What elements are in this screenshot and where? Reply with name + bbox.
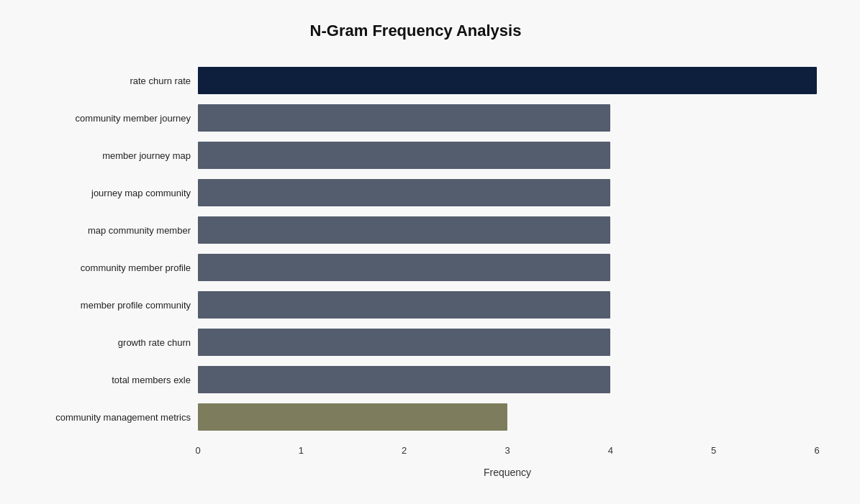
bar-label: community management metrics	[14, 412, 198, 423]
bar-track	[198, 329, 817, 356]
x-axis-container: 0123456	[14, 441, 817, 463]
x-tick: 1	[299, 445, 304, 456]
x-tick: 6	[814, 445, 819, 456]
bar-track	[198, 67, 817, 94]
x-tick: 3	[504, 445, 510, 456]
bar-fill	[198, 104, 610, 132]
bar-track	[198, 291, 817, 319]
bar-row: rate churn rate	[14, 62, 817, 99]
x-axis-label: Frequency	[14, 467, 817, 478]
bar-label: total members exle	[14, 375, 198, 385]
bar-label: member journey map	[14, 150, 198, 161]
bar-fill	[198, 291, 610, 319]
bar-row: map community member	[14, 211, 817, 249]
x-tick: 4	[608, 445, 613, 456]
bar-label: community member journey	[14, 113, 198, 124]
bar-row: journey map community	[14, 174, 817, 211]
bar-row: member profile community	[14, 286, 817, 324]
bar-track	[198, 179, 817, 206]
bar-track	[198, 254, 817, 281]
bar-track	[198, 366, 817, 393]
bar-track	[198, 216, 817, 244]
bar-label: map community member	[14, 225, 198, 236]
bar-track	[198, 142, 817, 169]
bar-track	[198, 403, 817, 431]
x-axis: 0123456	[198, 441, 817, 463]
bar-label: member profile community	[14, 300, 198, 311]
bar-row: growth rate churn	[14, 324, 817, 361]
bar-fill	[198, 366, 610, 393]
bar-label: community member profile	[14, 262, 198, 273]
bar-row: community member journey	[14, 99, 817, 137]
bar-fill	[198, 179, 610, 206]
x-tick: 0	[195, 445, 200, 456]
bar-row: community management metrics	[14, 398, 817, 436]
chart-title: N-Gram Frequency Analysis	[14, 14, 817, 40]
bar-fill	[198, 216, 610, 244]
bar-label: journey map community	[14, 188, 198, 198]
chart-container: N-Gram Frequency Analysis rate churn rat…	[0, 0, 860, 504]
bar-fill	[198, 403, 507, 431]
bar-row: community member profile	[14, 249, 817, 286]
bar-fill	[198, 142, 610, 169]
chart-area: rate churn ratecommunity member journeym…	[14, 62, 817, 436]
bar-fill	[198, 67, 817, 94]
bar-label: growth rate churn	[14, 337, 198, 348]
bar-fill	[198, 254, 610, 281]
x-tick: 5	[711, 445, 716, 456]
bar-fill	[198, 329, 610, 356]
bar-track	[198, 104, 817, 132]
bar-row: member journey map	[14, 137, 817, 174]
bar-row: total members exle	[14, 361, 817, 398]
x-tick: 2	[402, 445, 407, 456]
bar-label: rate churn rate	[14, 75, 198, 86]
